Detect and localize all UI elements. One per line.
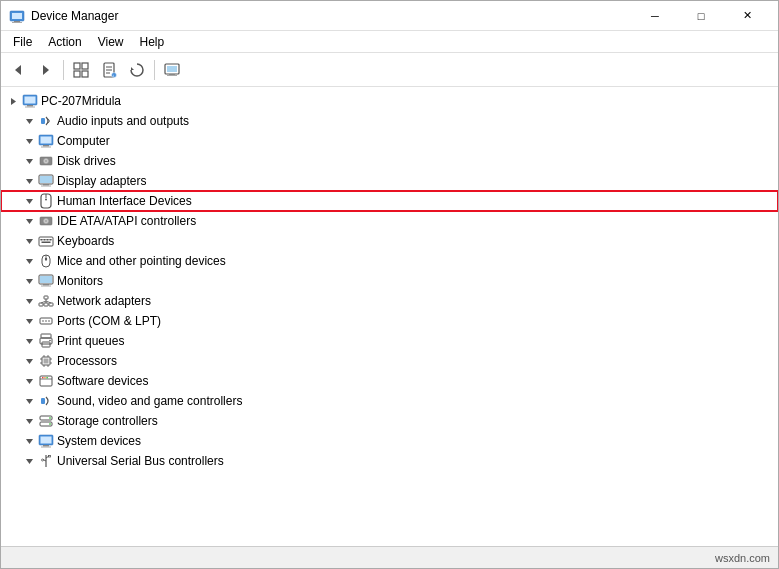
svg-rect-6 [74, 63, 80, 69]
svg-point-78 [48, 320, 50, 322]
tree-item-system[interactable]: System devices [1, 431, 778, 451]
svg-rect-23 [25, 97, 36, 104]
root-label: PC-207Mridula [39, 94, 121, 108]
display-icon [37, 173, 55, 189]
svg-rect-52 [41, 239, 43, 241]
tree-item-keyboards[interactable]: Keyboards [1, 231, 778, 251]
expand-usb[interactable] [21, 453, 37, 469]
ide-icon [37, 213, 55, 229]
svg-rect-102 [41, 398, 45, 404]
tree-item-display[interactable]: Display adapters [1, 171, 778, 191]
keyboards-label: Keyboards [55, 234, 114, 248]
expand-system[interactable] [21, 433, 37, 449]
svg-marker-79 [26, 339, 33, 344]
tree-item-computer[interactable]: Computer [1, 131, 778, 151]
tree-item-audio[interactable]: Audio inputs and outputs [1, 111, 778, 131]
svg-rect-65 [41, 286, 51, 287]
menu-help[interactable]: Help [132, 33, 173, 51]
forward-button[interactable] [33, 57, 59, 83]
expand-disk[interactable] [21, 153, 37, 169]
svg-point-107 [49, 423, 51, 425]
expand-display[interactable] [21, 173, 37, 189]
expand-ide[interactable] [21, 213, 37, 229]
expand-audio[interactable] [21, 113, 37, 129]
expand-network[interactable] [21, 293, 37, 309]
expand-mice[interactable] [21, 253, 37, 269]
monitor-button[interactable] [159, 57, 185, 83]
svg-marker-103 [26, 419, 33, 424]
expand-ports[interactable] [21, 313, 37, 329]
menu-view[interactable]: View [90, 33, 132, 51]
tree-item-hid[interactable]: Human Interface Devices [1, 191, 778, 211]
svg-rect-41 [41, 186, 51, 187]
toolbar-separator-2 [154, 60, 155, 80]
back-button[interactable] [5, 57, 31, 83]
system-label: System devices [55, 434, 141, 448]
svg-rect-96 [40, 376, 52, 386]
tree-item-storage[interactable]: Storage controllers [1, 411, 778, 431]
disk-label: Disk drives [55, 154, 116, 168]
expand-computer[interactable] [21, 133, 37, 149]
menu-bar: File Action View Help [1, 31, 778, 53]
svg-rect-25 [25, 107, 35, 108]
svg-point-45 [45, 199, 47, 201]
title-bar: Device Manager ─ □ ✕ [1, 1, 778, 31]
toolbar-separator-1 [63, 60, 64, 80]
tree-item-sound[interactable]: Sound, video and game controllers [1, 391, 778, 411]
tree-item-usb[interactable]: Universal Serial Bus controllers [1, 451, 778, 471]
svg-rect-80 [41, 334, 51, 338]
svg-rect-111 [43, 445, 49, 447]
svg-rect-53 [44, 239, 46, 241]
expand-keyboards[interactable] [21, 233, 37, 249]
svg-rect-56 [42, 242, 51, 244]
system-icon [37, 433, 55, 449]
expand-sound[interactable] [21, 393, 37, 409]
main-content: PC-207Mridula Audio inputs and outputs [1, 87, 778, 546]
maximize-button[interactable]: □ [678, 1, 724, 31]
processors-label: Processors [55, 354, 117, 368]
device-manager-window: Device Manager ─ □ ✕ File Action View He… [0, 0, 779, 569]
menu-file[interactable]: File [5, 33, 40, 51]
tree-item-ide[interactable]: IDE ATA/ATAPI controllers [1, 211, 778, 231]
tree-item-network[interactable]: Network adapters [1, 291, 778, 311]
expand-icon[interactable] [5, 93, 21, 109]
expand-processors[interactable] [21, 353, 37, 369]
tree-item-disk[interactable]: Disk drives [1, 151, 778, 171]
properties-button[interactable]: i [96, 57, 122, 83]
audio-icon [37, 113, 55, 129]
audio-label: Audio inputs and outputs [55, 114, 189, 128]
expand-monitors[interactable] [21, 273, 37, 289]
svg-point-106 [49, 417, 51, 419]
svg-rect-99 [44, 377, 46, 378]
tree-item-print[interactable]: Print queues [1, 331, 778, 351]
svg-rect-9 [82, 71, 88, 77]
usb-icon [37, 453, 55, 469]
expand-software[interactable] [21, 373, 37, 389]
keyboard-icon [37, 233, 55, 249]
svg-rect-110 [41, 437, 52, 444]
minimize-button[interactable]: ─ [632, 1, 678, 31]
tree-item-processors[interactable]: Processors [1, 351, 778, 371]
svg-marker-33 [26, 159, 33, 164]
svg-rect-27 [41, 118, 45, 124]
tree-item-monitors[interactable]: Monitors [1, 271, 778, 291]
svg-text:i: i [113, 72, 114, 77]
expand-hid[interactable] [21, 193, 37, 209]
show-hide-button[interactable] [68, 57, 94, 83]
svg-rect-64 [43, 284, 49, 286]
tree-root[interactable]: PC-207Mridula [1, 91, 778, 111]
title-bar-left: Device Manager [9, 8, 118, 24]
processor-icon [37, 353, 55, 369]
svg-rect-63 [40, 276, 52, 283]
scan-button[interactable] [124, 57, 150, 83]
menu-action[interactable]: Action [40, 33, 89, 51]
expand-print[interactable] [21, 333, 37, 349]
tree-item-software[interactable]: Software devices [1, 371, 778, 391]
tree-view[interactable]: PC-207Mridula Audio inputs and outputs [1, 87, 778, 546]
tree-item-ports[interactable]: Ports (COM & LPT) [1, 311, 778, 331]
svg-rect-70 [44, 296, 48, 299]
title-bar-controls: ─ □ ✕ [632, 1, 770, 31]
tree-item-mice[interactable]: Mice and other pointing devices [1, 251, 778, 271]
close-button[interactable]: ✕ [724, 1, 770, 31]
expand-storage[interactable] [21, 413, 37, 429]
